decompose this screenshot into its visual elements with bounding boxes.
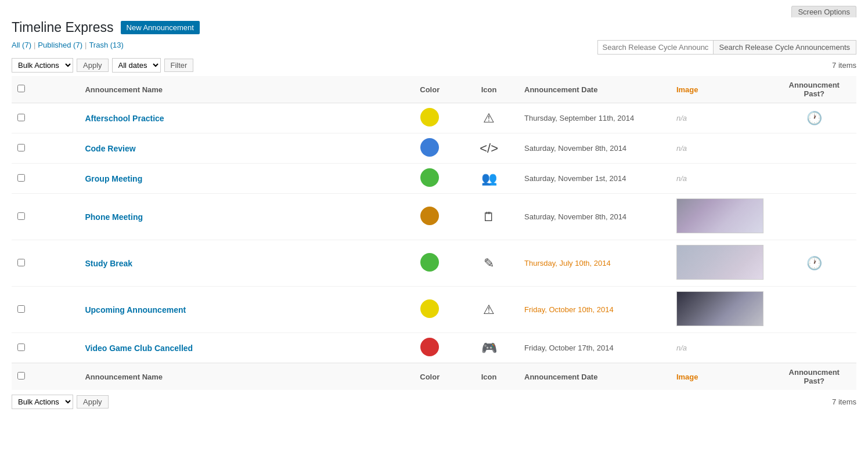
past-cell <box>772 194 857 240</box>
row-checkbox[interactable] <box>17 212 25 220</box>
icon-cell: ⚠ <box>459 103 518 133</box>
filter-published-link[interactable]: Published (7) <box>38 41 82 49</box>
apply-button-bottom[interactable]: Apply <box>77 395 109 409</box>
col-footer-date: Announcement Date <box>518 363 671 391</box>
row-checkbox[interactable] <box>17 144 25 151</box>
image-thumbnail <box>676 198 763 233</box>
col-header-icon: Icon <box>459 76 518 103</box>
color-dot <box>420 299 439 318</box>
search-bar: Search Release Cycle Announcements <box>597 40 856 55</box>
table-row: Group Meeting👥Saturday, November 1st, 20… <box>12 164 856 194</box>
icon-cell: ✎ <box>459 240 518 287</box>
image-cell <box>671 194 772 240</box>
col-header-color: Color <box>400 76 459 103</box>
new-announcement-button[interactable]: New Announcement <box>121 21 200 34</box>
col-header-date: Announcement Date <box>518 76 671 103</box>
bulk-actions-select-bottom[interactable]: Bulk Actions <box>12 395 73 409</box>
past-cell <box>772 164 857 194</box>
past-cell <box>772 333 857 363</box>
history-icon: 🕐 <box>806 111 822 125</box>
past-cell: 🕐 <box>772 103 857 133</box>
table-row: Afterschool Practice⚠Thursday, September… <box>12 103 856 133</box>
announcement-link[interactable]: Afterschool Practice <box>85 114 164 123</box>
image-cell: n/a <box>671 333 772 363</box>
color-dot <box>420 108 439 127</box>
apply-button-top[interactable]: Apply <box>77 59 109 72</box>
past-cell <box>772 133 857 164</box>
items-count-bottom: 7 items <box>832 397 856 406</box>
row-checkbox[interactable] <box>17 174 25 182</box>
bulk-actions-select-top[interactable]: Bulk Actions <box>12 58 73 73</box>
items-count-top: 7 items <box>832 61 856 70</box>
col-header-image: Image <box>671 76 772 103</box>
date-cell: Saturday, November 8th, 2014 <box>518 194 671 240</box>
announcement-link[interactable]: Group Meeting <box>85 174 142 183</box>
icon-cell: 🗒 <box>459 194 518 240</box>
icon-cell: 👥 <box>459 164 518 194</box>
table-row: Upcoming Announcement⚠Friday, October 10… <box>12 287 856 333</box>
filter-button[interactable]: Filter <box>164 59 194 72</box>
announcement-link[interactable]: Code Review <box>85 144 135 153</box>
row-checkbox[interactable] <box>17 114 25 121</box>
icon-cell: </> <box>459 133 518 164</box>
col-footer-icon: Icon <box>459 363 518 391</box>
image-thumbnail <box>676 245 763 280</box>
date-cell: Thursday, July 10th, 2014 <box>518 240 671 287</box>
date-cell: Saturday, November 1st, 2014 <box>518 164 671 194</box>
icon-cell: ⚠ <box>459 287 518 333</box>
col-footer-color: Color <box>400 363 459 391</box>
image-na: n/a <box>676 144 687 153</box>
image-cell: n/a <box>671 164 772 194</box>
date-cell: Friday, October 10th, 2014 <box>518 287 671 333</box>
image-na: n/a <box>676 114 687 122</box>
top-tablenav: Bulk Actions Apply All dates Filter 7 it… <box>12 58 856 73</box>
row-checkbox[interactable] <box>17 259 25 266</box>
announcement-link[interactable]: Study Break <box>85 259 132 268</box>
col-header-past: Announcment Past? <box>772 76 857 103</box>
col-footer-image: Image <box>671 363 772 391</box>
search-input[interactable] <box>597 40 714 55</box>
image-na: n/a <box>676 174 687 183</box>
filter-trash-link[interactable]: Trash (13) <box>89 41 124 49</box>
bottom-tablenav: Bulk Actions Apply 7 items <box>12 395 856 409</box>
past-cell: 🕐 <box>772 240 857 287</box>
image-cell <box>671 287 772 333</box>
search-button[interactable]: Search Release Cycle Announcements <box>714 40 856 55</box>
announcement-link[interactable]: Phone Meeting <box>85 212 143 222</box>
table-row: Phone Meeting🗒Saturday, November 8th, 20… <box>12 194 856 240</box>
row-checkbox[interactable] <box>17 305 25 313</box>
color-dot <box>420 138 439 157</box>
dates-select[interactable]: All dates <box>112 58 161 73</box>
col-footer-name: Announcement Name <box>79 363 400 391</box>
image-na: n/a <box>676 344 687 352</box>
image-cell <box>671 240 772 287</box>
table-row: Code Review</>Saturday, November 8th, 20… <box>12 133 856 164</box>
color-dot <box>420 253 439 272</box>
announcements-table: Announcement Name Color Icon Announcemen… <box>12 76 856 390</box>
announcement-link[interactable]: Video Game Club Cancelled <box>85 344 193 353</box>
color-dot <box>420 207 439 225</box>
filter-links: All (7) | Published (7) | Trash (13) <box>12 41 124 49</box>
history-icon: 🕐 <box>806 256 822 270</box>
icon-cell: 🎮 <box>459 333 518 363</box>
announcement-link[interactable]: Upcoming Announcement <box>85 305 186 315</box>
table-row: Video Game Club Cancelled🎮Friday, Octobe… <box>12 333 856 363</box>
screen-options-button[interactable]: Screen Options <box>791 6 856 17</box>
color-dot <box>420 168 439 187</box>
image-thumbnail <box>676 291 763 326</box>
col-footer-past: Announcment Past? <box>772 363 857 391</box>
image-cell: n/a <box>671 133 772 164</box>
select-all-checkbox-top[interactable] <box>17 85 25 92</box>
date-cell: Friday, October 17th, 2014 <box>518 333 671 363</box>
color-dot <box>420 338 439 356</box>
filter-all-link[interactable]: All (7) <box>12 41 31 49</box>
row-checkbox[interactable] <box>17 344 25 351</box>
table-row: Study Break✎Thursday, July 10th, 2014🕐 <box>12 240 856 287</box>
date-cell: Thursday, September 11th, 2014 <box>518 103 671 133</box>
past-cell <box>772 287 857 333</box>
date-cell: Saturday, November 8th, 2014 <box>518 133 671 164</box>
page-title: Timeline Express <box>12 20 114 35</box>
col-header-name: Announcement Name <box>79 76 400 103</box>
select-all-checkbox-bottom[interactable] <box>17 372 25 380</box>
image-cell: n/a <box>671 103 772 133</box>
